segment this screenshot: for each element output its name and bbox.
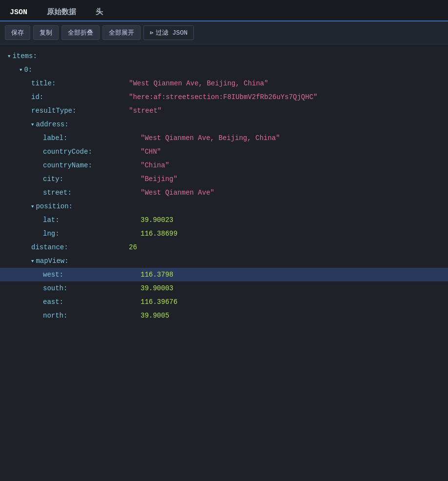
id-key: id: <box>31 93 129 101</box>
north-key: north: <box>43 312 141 320</box>
west-row: west: 116.3798 <box>0 268 448 281</box>
north-value: 39.9005 <box>141 312 169 320</box>
east-row: east: 116.39676 <box>0 295 448 309</box>
mapview-toggle[interactable] <box>31 259 34 264</box>
tab-raw[interactable]: 原始数据 <box>37 3 86 21</box>
title-row: title: "West Qianmen Ave, Beijing, China… <box>0 77 448 90</box>
east-key: east: <box>43 298 141 306</box>
item0-toggle[interactable] <box>20 67 22 73</box>
filter-icon: ⊳ <box>150 29 153 37</box>
tab-bar: JSON 原始数据 头 <box>0 0 448 21</box>
countryname-key: countryName: <box>43 161 141 169</box>
countrycode-value: "CHN" <box>141 148 161 156</box>
resulttype-key: resultType: <box>31 107 129 115</box>
south-row: south: 39.90003 <box>0 281 448 295</box>
address-toggle[interactable] <box>31 122 34 127</box>
position-toggle[interactable] <box>31 204 34 209</box>
address-row: address: <box>0 118 448 131</box>
lng-key: lng: <box>43 230 141 238</box>
items-key: items: <box>12 52 37 60</box>
lng-row: lng: 116.38699 <box>0 227 448 240</box>
label-key: label: <box>43 134 141 142</box>
lat-row: lat: 39.90023 <box>0 213 448 227</box>
resulttype-value: "street" <box>129 107 162 115</box>
lng-value: 116.38699 <box>141 230 178 238</box>
countryname-value: "China" <box>141 161 169 169</box>
resulttype-row: resultType: "street" <box>0 104 448 118</box>
title-value: "West Qianmen Ave, Beijing, China" <box>129 80 268 87</box>
north-row: north: 39.9005 <box>0 309 448 322</box>
west-value: 116.3798 <box>141 271 173 279</box>
tab-head[interactable]: 头 <box>86 3 113 21</box>
save-button[interactable]: 保存 <box>5 25 30 40</box>
south-value: 39.90003 <box>141 284 173 292</box>
countrycode-row: countryCode: "CHN" <box>0 145 448 159</box>
label-row: label: "West Qianmen Ave, Beijing, China… <box>0 131 448 145</box>
mapview-key: mapView: <box>36 257 68 265</box>
street-row: street: "West Qianmen Ave" <box>0 186 448 200</box>
items-row: items: <box>0 49 448 63</box>
mapview-row: mapView: <box>0 254 448 268</box>
filter-button[interactable]: ⊳ 过滤 JSON <box>143 25 194 40</box>
lat-key: lat: <box>43 216 141 224</box>
distance-value: 26 <box>129 243 137 251</box>
item0-key: 0: <box>24 66 32 74</box>
countryname-row: countryName: "China" <box>0 159 448 172</box>
position-row: position: <box>0 200 448 213</box>
items-toggle[interactable] <box>8 54 10 59</box>
id-value: "here:af:streetsection:F8IUbmV2fRb26uYs7… <box>129 93 317 101</box>
label-value: "West Qianmen Ave, Beijing, China" <box>141 134 280 142</box>
countrycode-key: countryCode: <box>43 148 141 156</box>
json-content: items: 0: title: "West Qianmen Ave, Beij… <box>0 44 448 481</box>
tab-json[interactable]: JSON <box>0 4 37 21</box>
distance-row: distance: 26 <box>0 240 448 254</box>
south-key: south: <box>43 284 141 292</box>
city-key: city: <box>43 175 141 183</box>
collapse-all-button[interactable]: 全部折叠 <box>61 25 100 40</box>
expand-all-button[interactable]: 全部展开 <box>102 25 141 40</box>
address-key: address: <box>36 120 68 128</box>
west-key: west: <box>43 271 141 279</box>
city-row: city: "Beijing" <box>0 172 448 186</box>
title-key: title: <box>31 80 129 87</box>
id-row: id: "here:af:streetsection:F8IUbmV2fRb26… <box>0 90 448 104</box>
city-value: "Beijing" <box>141 175 178 183</box>
distance-key: distance: <box>31 243 129 251</box>
street-key: street: <box>43 189 141 197</box>
position-key: position: <box>36 202 73 210</box>
toolbar: 保存 复制 全部折叠 全部展开 ⊳ 过滤 JSON <box>0 21 448 44</box>
lat-value: 39.90023 <box>141 216 173 224</box>
item0-row: 0: <box>0 63 448 77</box>
street-value: "West Qianmen Ave" <box>141 189 214 197</box>
copy-button[interactable]: 复制 <box>33 25 59 40</box>
east-value: 116.39676 <box>141 298 178 306</box>
filter-label: 过滤 JSON <box>156 28 187 37</box>
